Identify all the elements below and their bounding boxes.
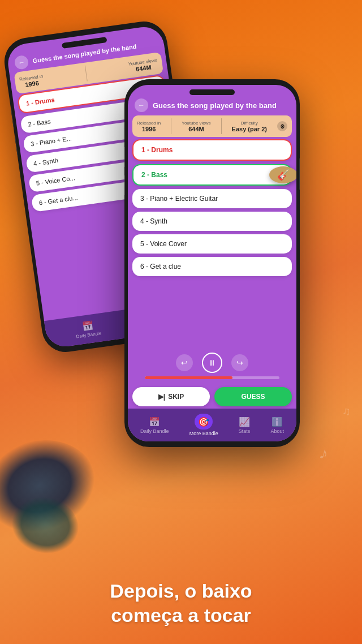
music-note-1: ♪ bbox=[317, 443, 330, 464]
pause-icon: ⏸ bbox=[208, 358, 216, 367]
front-progress-bar-container bbox=[145, 376, 279, 379]
front-option-3-text: 3 - Piano + Electric Guitar bbox=[140, 195, 218, 203]
front-phone-screen: ← Guess the song played by the band Rele… bbox=[128, 85, 296, 441]
back-info-divider-1 bbox=[85, 66, 88, 81]
bottom-text: Depois, o baixo começa a tocar bbox=[0, 579, 362, 627]
front-side-btn-left-2 bbox=[124, 175, 125, 195]
back-option-3-text: 3 - Piano + E... bbox=[30, 135, 72, 147]
front-option-6[interactable]: 6 - Get a clue bbox=[132, 257, 292, 276]
front-arrow-icon: ← bbox=[138, 101, 145, 109]
front-nav-about-label: About bbox=[270, 428, 284, 434]
guitar-float-icon: 🎸 bbox=[269, 166, 296, 183]
front-notch bbox=[189, 89, 235, 95]
front-info-divider-1 bbox=[171, 118, 171, 134]
front-released-label: Released in bbox=[137, 121, 161, 126]
front-app-header: ← Guess the song played by the band bbox=[128, 98, 296, 112]
bottom-text-line1: Depois, o baixo bbox=[0, 579, 362, 603]
front-side-btn-left-1 bbox=[124, 147, 125, 167]
front-option-6-text: 6 - Get a clue bbox=[140, 263, 181, 271]
front-info-released: Released in 1996 bbox=[137, 121, 161, 132]
front-info-divider-2 bbox=[221, 118, 222, 134]
back-option-6-text: 6 - Get a clu... bbox=[38, 194, 78, 206]
front-option-4-text: 4 - Synth bbox=[140, 217, 167, 225]
back-option-2-text: 2 - Bass bbox=[28, 118, 51, 128]
guess-label: GUESS bbox=[241, 393, 265, 401]
front-youtube-label: Youtube views bbox=[182, 121, 210, 126]
front-nav-about-icon: ℹ️ bbox=[272, 417, 283, 427]
side-btn-left-1 bbox=[9, 109, 14, 128]
side-btn-left-2 bbox=[13, 136, 18, 156]
front-player-controls: ↩ ⏸ ↪ bbox=[128, 353, 296, 379]
front-difficulty-value: Easy (par 2) bbox=[232, 126, 267, 132]
front-option-2[interactable]: 2 - Bass 🎸 bbox=[132, 164, 292, 186]
back-info-youtube: Youtube views 644M bbox=[128, 57, 158, 73]
bottom-text-line2: começa a tocar bbox=[0, 603, 362, 628]
front-header-title: Guess the song played by the band bbox=[153, 101, 290, 110]
front-forward-button[interactable]: ↪ bbox=[231, 354, 248, 371]
front-progress-bar-fill bbox=[145, 376, 232, 379]
front-youtube-value: 644M bbox=[182, 126, 210, 132]
front-back-button[interactable]: ← bbox=[135, 98, 148, 112]
back-option-5-text: 5 - Voice Co... bbox=[36, 174, 75, 186]
front-nav-stats-icon: 📈 bbox=[239, 417, 250, 427]
guess-button[interactable]: GUESS bbox=[214, 387, 292, 406]
front-side-btn-right bbox=[299, 158, 300, 190]
skip-button[interactable]: ▶| SKIP bbox=[132, 387, 210, 406]
forward-icon: ↪ bbox=[236, 358, 243, 367]
back-arrow-icon: ← bbox=[18, 58, 25, 67]
front-option-5[interactable]: 5 - Voice Cover bbox=[132, 234, 292, 254]
back-info-released: Released in 1996 bbox=[19, 74, 44, 89]
front-option-5-text: 5 - Voice Cover bbox=[140, 240, 187, 248]
front-action-buttons: ▶| SKIP GUESS bbox=[132, 387, 292, 406]
front-pause-button[interactable]: ⏸ bbox=[202, 353, 222, 373]
front-option-1[interactable]: 1 - Drums bbox=[132, 139, 292, 161]
front-nav-more-label: More Bandle bbox=[189, 431, 218, 436]
front-gear-button[interactable]: ⚙ bbox=[277, 121, 287, 131]
front-info-youtube: Youtube views 644M bbox=[182, 121, 210, 132]
skip-label: SKIP bbox=[168, 393, 184, 401]
skip-icon: ▶| bbox=[158, 393, 165, 401]
front-nav-more-icon: 🎯 bbox=[198, 417, 209, 427]
front-option-3[interactable]: 3 - Piano + Electric Guitar bbox=[132, 189, 292, 208]
back-option-4-text: 4 - Synth bbox=[33, 157, 58, 167]
front-replay-button[interactable]: ↩ bbox=[176, 354, 193, 371]
front-info-row: Released in 1996 Youtube views 644M Diff… bbox=[132, 115, 292, 137]
front-nav-daily[interactable]: 📅 Daily Bandle bbox=[140, 417, 169, 434]
replay-icon: ↩ bbox=[181, 358, 188, 367]
back-back-button[interactable]: ← bbox=[14, 55, 29, 70]
front-controls-row: ↩ ⏸ ↪ bbox=[176, 353, 248, 373]
front-nav-stats[interactable]: 📈 Stats bbox=[239, 417, 251, 434]
front-nav-stats-label: Stats bbox=[239, 428, 251, 434]
front-nav-daily-icon: 📅 bbox=[149, 417, 160, 427]
back-nav-daily[interactable]: 📅 Daily Bandle bbox=[74, 319, 102, 340]
phone-front: ← Guess the song played by the band Rele… bbox=[124, 79, 300, 447]
front-option-1-text: 1 - Drums bbox=[141, 146, 173, 154]
front-info-difficulty: Difficulty Easy (par 2) bbox=[232, 121, 267, 132]
music-note-2: ♫ bbox=[342, 405, 351, 418]
front-released-value: 1996 bbox=[137, 126, 161, 132]
front-nav-more-dot: 🎯 bbox=[195, 414, 213, 430]
back-option-1-text: 1 - Drums bbox=[25, 96, 55, 107]
front-nav-about[interactable]: ℹ️ About bbox=[270, 417, 284, 434]
front-difficulty-label: Difficulty bbox=[232, 121, 267, 126]
front-options-container: 1 - Drums 2 - Bass 🎸 3 - Piano + Electri… bbox=[132, 139, 292, 280]
front-nav-more[interactable]: 🎯 More Bandle bbox=[189, 414, 218, 436]
front-bottom-nav: 📅 Daily Bandle 🎯 More Bandle 📈 Stats ℹ️ … bbox=[128, 409, 296, 441]
front-nav-daily-label: Daily Bandle bbox=[140, 428, 169, 434]
front-option-2-text: 2 - Bass bbox=[141, 171, 167, 179]
back-nav-daily-icon: 📅 bbox=[81, 320, 93, 332]
front-option-4[interactable]: 4 - Synth bbox=[132, 212, 292, 231]
back-nav-daily-label: Daily Bandle bbox=[76, 330, 102, 339]
